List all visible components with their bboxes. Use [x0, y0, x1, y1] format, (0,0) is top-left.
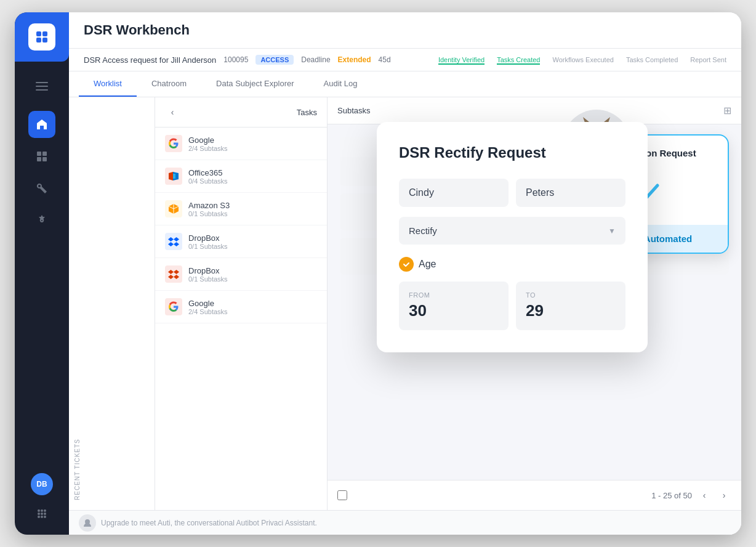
progress-steps: Identity Verified Tasks Created Workflow… [438, 56, 726, 63]
from-value: 30 [409, 301, 499, 320]
request-type-dropdown[interactable]: Rectify ▼ [399, 217, 625, 245]
svg-rect-1 [42, 31, 47, 36]
from-label: From [409, 291, 499, 299]
grid-icon-button[interactable] [31, 503, 53, 525]
main-content: DSR Workbench DSR Access request for Jil… [69, 12, 741, 535]
svg-rect-5 [42, 152, 47, 156]
sidebar-item-settings[interactable] [28, 207, 55, 234]
task-item-dropbox-1[interactable]: DropBox 0/1 Subtasks [155, 225, 327, 258]
task-name-dropbox-1: DropBox [188, 233, 228, 243]
task-info-google-2: Google 2/4 Subtasks [188, 299, 228, 315]
upgrade-text: Upgrade to meet Auti, the conversational… [101, 519, 317, 527]
svg-rect-0 [36, 31, 41, 36]
task-name-amazon-s3: Amazon S3 [188, 201, 230, 210]
age-row: From 30 To 29 [399, 282, 625, 330]
sidebar-logo[interactable] [15, 12, 69, 62]
bottom-bar: Upgrade to meet Auti, the conversational… [69, 510, 741, 535]
pagination-next-button[interactable]: › [717, 488, 731, 503]
svg-rect-2 [36, 38, 41, 43]
pagination-prev-button[interactable]: ‹ [697, 488, 712, 503]
logo-icon [28, 23, 55, 51]
task-subtasks-office365: 0/4 Subtasks [188, 177, 228, 185]
tab-chatroom[interactable]: Chatroom [137, 71, 201, 97]
last-name-field[interactable]: Peters [516, 179, 625, 207]
dsr-request-title: DSR Access request for Jill Anderson [84, 55, 216, 65]
access-badge: ACCESS [255, 55, 294, 65]
dsr-request-bar: DSR Access request for Jill Anderson 100… [69, 49, 741, 71]
task-item-google-2[interactable]: Google 2/4 Subtasks [155, 291, 327, 323]
task-subtasks-google-2: 2/4 Subtasks [188, 308, 228, 315]
deadline-label: Deadline [301, 55, 330, 64]
pagination-row: 1 - 25 of 50 ‹ › [328, 480, 741, 510]
pagination-text: 1 - 25 of 50 [651, 491, 692, 500]
request-type-value: Rectify [409, 225, 437, 236]
page-title: DSR Workbench [84, 22, 726, 38]
step-identity-verified: Identity Verified [438, 56, 485, 63]
office365-logo [165, 168, 182, 185]
sidebar-item-home[interactable] [28, 111, 55, 138]
step-tasks-completed: Tasks Completed [626, 56, 678, 63]
svg-point-15 [41, 516, 43, 518]
hamburger-button[interactable] [30, 74, 54, 99]
user-avatar[interactable]: DB [31, 473, 53, 495]
dropdown-arrow-icon: ▼ [608, 227, 616, 235]
subtasks-header: Subtasks ⊞ [328, 97, 741, 124]
modal-title: DSR Rectify Request [399, 144, 625, 161]
svg-rect-7 [42, 157, 47, 161]
sidebar-item-dashboard[interactable] [28, 143, 55, 170]
sidebar-nav [28, 62, 55, 463]
task-subtasks-amazon-s3: 0/1 Subtasks [188, 210, 230, 217]
svg-point-12 [41, 513, 43, 515]
task-name-office365: Office365 [188, 168, 228, 177]
task-name-dropbox-2: DropBox [188, 266, 228, 275]
content-area: RECENT TICKETS ‹ Tasks Google 2/4 Subtas… [69, 97, 741, 510]
tab-worklist[interactable]: Worklist [79, 71, 137, 97]
recent-tickets-label: RECENT TICKETS [69, 97, 86, 510]
from-age-box: From 30 [399, 282, 509, 330]
svg-point-9 [41, 509, 43, 512]
svg-point-16 [44, 516, 46, 518]
google-logo-1 [165, 135, 182, 152]
tasks-panel: ‹ Tasks Google 2/4 Subtasks [155, 97, 328, 510]
task-info-google-1: Google 2/4 Subtasks [188, 136, 228, 152]
tab-audit-log[interactable]: Audit Log [309, 71, 372, 97]
dropbox-logo-2 [165, 265, 182, 283]
task-item-google-1[interactable]: Google 2/4 Subtasks [155, 128, 327, 160]
svg-point-11 [38, 513, 40, 515]
svg-point-10 [44, 509, 46, 512]
task-subtasks-google-1: 2/4 Subtasks [188, 145, 228, 152]
dsr-rectify-modal: DSR Rectify Request Cindy Peters Rectify… [377, 122, 648, 352]
select-all-checkbox[interactable] [337, 490, 347, 500]
task-item-amazon-s3[interactable]: Amazon S3 0/1 Subtasks [155, 193, 327, 225]
sidebar: DB [15, 12, 69, 535]
amazon-s3-logo [165, 200, 182, 217]
name-row: Cindy Peters [399, 179, 625, 207]
task-item-office365[interactable]: Office365 0/4 Subtasks [155, 160, 327, 193]
tab-data-subject-explorer[interactable]: Data Subject Explorer [201, 71, 308, 97]
step-workflows-executed: Workflows Executed [552, 56, 613, 63]
task-item-dropbox-2[interactable]: DropBox 0/1 Subtasks [155, 258, 327, 291]
page-header: DSR Workbench [69, 12, 741, 49]
expand-icon[interactable]: ⊞ [723, 105, 731, 116]
tasks-prev-arrow[interactable]: ‹ [165, 105, 180, 120]
task-name-google-2: Google [188, 299, 228, 308]
tasks-header: ‹ Tasks [155, 97, 327, 128]
sidebar-bottom: DB [31, 463, 53, 535]
svg-rect-4 [37, 152, 41, 156]
first-name-field[interactable]: Cindy [399, 179, 509, 207]
sidebar-item-tools[interactable] [28, 175, 55, 202]
dropbox-logo-1 [165, 233, 182, 250]
to-value: 29 [526, 301, 616, 320]
svg-point-14 [38, 516, 40, 518]
work-area: Subtasks ⊞ [328, 97, 741, 510]
tasks-title: Tasks [297, 108, 317, 117]
task-subtasks-dropbox-1: 0/1 Subtasks [188, 243, 228, 250]
task-name-google-1: Google [188, 136, 228, 145]
svg-point-8 [38, 509, 40, 512]
svg-point-13 [44, 513, 46, 515]
task-info-office365: Office365 0/4 Subtasks [188, 168, 228, 185]
task-info-dropbox-1: DropBox 0/1 Subtasks [188, 233, 228, 250]
ticket-id: 100095 [223, 55, 248, 64]
svg-rect-6 [37, 157, 41, 161]
field-label-text: Age [419, 259, 436, 270]
